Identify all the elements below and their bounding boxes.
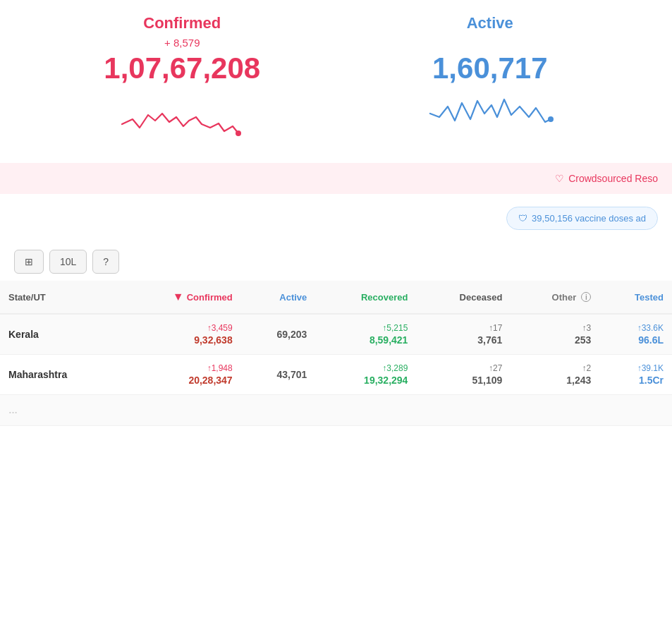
top-stats-section: Confirmed + 8,579 1,07,67,208 Active 1,6… — [0, 0, 672, 149]
svg-point-0 — [236, 130, 241, 136]
svg-point-1 — [548, 116, 554, 122]
help-button[interactable]: ? — [92, 250, 119, 274]
confirmed-delta-kerala: ↑3,459 — [128, 323, 233, 333]
table-row: Maharashtra ↑1,948 20,28,347 43,701 ↑3,2… — [0, 355, 672, 395]
recovered-delta-maharashtra: ↑3,289 — [324, 363, 408, 373]
col-header-deceased[interactable]: Deceased — [416, 281, 511, 314]
active-cell-kerala: 69,203 — [241, 314, 316, 355]
recovered-delta-kerala: ↑5,215 — [324, 323, 408, 333]
confirmed-delta-maharashtra: ↑1,948 — [128, 363, 233, 373]
other-val-kerala: 253 — [519, 334, 591, 346]
recovered-val-kerala: 8,59,421 — [324, 334, 408, 346]
table-row: Kerala ↑3,459 9,32,638 69,203 ↑5,215 8,5… — [0, 314, 672, 355]
confirmed-label: Confirmed — [143, 14, 221, 32]
more-rows-placeholder: … — [0, 395, 672, 426]
toolbar: ⊞ 10L ? — [0, 250, 672, 281]
tested-delta-maharashtra: ↑39.1K — [608, 363, 664, 373]
banner-text: Crowdsourced Reso — [568, 173, 658, 184]
confirmed-val-kerala: 9,32,638 — [128, 334, 233, 346]
tested-cell-kerala: ↑33.6K 96.6L — [599, 314, 672, 355]
confirmed-cell-maharashtra: ↑1,948 20,28,347 — [120, 355, 241, 395]
deceased-cell-kerala: ↑17 3,761 — [416, 314, 511, 355]
active-sparkline — [427, 92, 554, 142]
help-icon: ? — [103, 256, 109, 267]
active-val-kerala: 69,203 — [250, 329, 307, 340]
grid-icon: ⊞ — [25, 256, 33, 267]
vaccine-strip[interactable]: 🛡 39,50,156 vaccine doses ad — [0, 201, 672, 236]
col-header-tested[interactable]: Tested — [599, 281, 672, 314]
tested-delta-kerala: ↑33.6K — [608, 323, 664, 333]
other-info-icon[interactable]: i — [581, 292, 591, 302]
active-value: 1,60,717 — [432, 51, 548, 85]
filter-icon: ▼ — [173, 291, 184, 303]
states-table: State/UT ▼ Confirmed Active Reco — [0, 281, 672, 426]
shield-icon: 🛡 — [518, 213, 527, 224]
deceased-delta-maharashtra: ↑27 — [424, 363, 502, 373]
col-header-other[interactable]: Other i — [511, 281, 599, 314]
col-header-confirmed[interactable]: ▼ Confirmed — [120, 281, 241, 314]
banner-content: ♡ Crowdsourced Reso — [555, 173, 658, 184]
tested-val-kerala: 96.6L — [608, 334, 664, 346]
state-name-kerala: Kerala — [0, 314, 120, 355]
tested-val-maharashtra: 1.5Cr — [608, 375, 664, 386]
state-name-maharashtra: Maharashtra — [0, 355, 120, 395]
other-cell-kerala: ↑3 253 — [511, 314, 599, 355]
active-val-maharashtra: 43,701 — [250, 369, 307, 380]
scale-label: 10L — [60, 256, 76, 267]
vaccine-badge: 🛡 39,50,156 vaccine doses ad — [506, 207, 658, 230]
vaccine-text: 39,50,156 vaccine doses ad — [532, 213, 646, 224]
active-label: Active — [467, 14, 513, 32]
col-header-state: State/UT — [0, 281, 120, 314]
crowdsourced-banner[interactable]: ♡ Crowdsourced Reso — [0, 163, 672, 194]
tested-cell-maharashtra: ↑39.1K 1.5Cr — [599, 355, 672, 395]
active-block: Active 1,60,717 — [351, 14, 628, 142]
col-header-active[interactable]: Active — [241, 281, 316, 314]
states-table-wrapper: State/UT ▼ Confirmed Active Reco — [0, 281, 672, 426]
table-body: Kerala ↑3,459 9,32,638 69,203 ↑5,215 8,5… — [0, 314, 672, 426]
confirmed-cell-kerala: ↑3,459 9,32,638 — [120, 314, 241, 355]
confirmed-delta: + 8,579 — [164, 37, 200, 49]
scale-button[interactable]: 10L — [49, 250, 87, 274]
grid-view-button[interactable]: ⊞ — [14, 250, 44, 274]
table-row-placeholder: … — [0, 395, 672, 426]
confirmed-value: 1,07,67,208 — [104, 51, 260, 85]
deceased-val-kerala: 3,761 — [424, 334, 502, 346]
confirmed-block: Confirmed + 8,579 1,07,67,208 — [44, 14, 321, 142]
col-header-recovered[interactable]: Recovered — [315, 281, 416, 314]
recovered-cell-maharashtra: ↑3,289 19,32,294 — [315, 355, 416, 395]
deceased-val-maharashtra: 51,109 — [424, 375, 502, 386]
confirmed-val-maharashtra: 20,28,347 — [128, 375, 233, 386]
other-delta-maharashtra: ↑2 — [519, 363, 591, 373]
confirmed-sparkline — [118, 92, 245, 142]
deceased-delta-kerala: ↑17 — [424, 323, 502, 333]
other-val-maharashtra: 1,243 — [519, 375, 591, 386]
recovered-val-maharashtra: 19,32,294 — [324, 375, 408, 386]
active-cell-maharashtra: 43,701 — [241, 355, 316, 395]
other-delta-kerala: ↑3 — [519, 323, 591, 333]
table-header: State/UT ▼ Confirmed Active Reco — [0, 281, 672, 314]
heart-icon: ♡ — [555, 173, 564, 184]
deceased-cell-maharashtra: ↑27 51,109 — [416, 355, 511, 395]
other-cell-maharashtra: ↑2 1,243 — [511, 355, 599, 395]
recovered-cell-kerala: ↑5,215 8,59,421 — [315, 314, 416, 355]
